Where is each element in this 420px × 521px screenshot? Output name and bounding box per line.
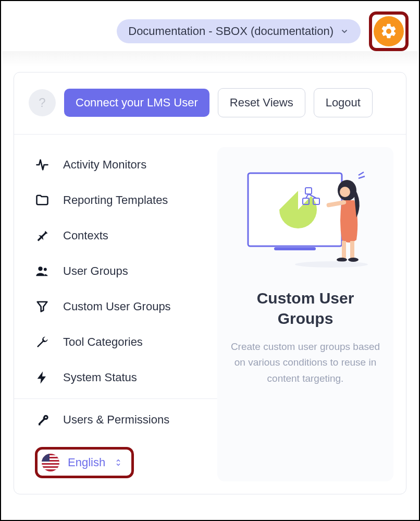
key-icon (35, 413, 50, 427)
context-selector-label: Documentation - SBOX (documentation) (128, 25, 333, 38)
reset-views-button[interactable]: Reset Views (218, 88, 305, 117)
settings-highlight-box (369, 11, 409, 51)
folder-icon (35, 193, 50, 208)
svg-point-1 (44, 268, 47, 271)
svg-point-23 (348, 258, 359, 262)
sort-icon (114, 458, 123, 467)
context-selector[interactable]: Documentation - SBOX (documentation) (117, 19, 361, 43)
nav-reporting-templates[interactable]: Reporting Templates (14, 183, 217, 218)
nav-tool-categories[interactable]: Tool Categories (14, 324, 217, 360)
pin-icon (35, 228, 50, 243)
svg-rect-24 (274, 247, 316, 250)
nav-custom-user-groups[interactable]: Custom User Groups (14, 289, 217, 324)
help-button[interactable]: ? (29, 89, 56, 116)
svg-point-25 (295, 261, 368, 268)
feature-card: Custom User Groups Create custom user gr… (217, 147, 393, 481)
nav-users-permissions[interactable]: Users & Permissions (14, 402, 217, 438)
nav-activity-monitors[interactable]: Activity Monitors (14, 147, 217, 183)
svg-point-22 (337, 258, 347, 262)
bolt-icon (35, 370, 50, 385)
language-highlight-box: English (35, 447, 134, 478)
settings-button[interactable] (374, 16, 404, 46)
nav-system-status[interactable]: System Status (14, 360, 217, 395)
language-selector[interactable]: English (68, 456, 105, 469)
nav-label: Users & Permissions (63, 413, 169, 427)
nav-label: User Groups (63, 264, 128, 278)
svg-rect-7 (42, 465, 59, 466)
nav-label: Contexts (63, 229, 108, 243)
gear-icon (380, 22, 398, 40)
nav-contexts[interactable]: Contexts (14, 218, 217, 253)
svg-point-18 (340, 187, 350, 197)
feature-illustration (238, 168, 373, 272)
nav-user-groups[interactable]: User Groups (14, 253, 217, 289)
us-flag-icon (42, 454, 59, 471)
chevron-down-icon (340, 27, 349, 36)
feature-title: Custom User Groups (230, 288, 381, 329)
funnel-icon (35, 299, 50, 314)
main-panel: ? Connect your LMS User Reset Views Logo… (14, 72, 406, 494)
action-bar: ? Connect your LMS User Reset Views Logo… (14, 72, 406, 135)
nav-label: System Status (63, 371, 137, 384)
svg-rect-9 (42, 454, 50, 462)
svg-rect-20 (342, 241, 346, 259)
settings-sidebar: Activity Monitors Reporting Templates Co… (14, 135, 217, 494)
nav-label: Activity Monitors (63, 158, 146, 172)
help-icon: ? (39, 95, 45, 110)
feature-description: Create custom user groups based on vario… (230, 339, 381, 386)
svg-rect-8 (42, 468, 59, 469)
connect-lms-button[interactable]: Connect your LMS User (64, 89, 209, 117)
nav-label: Tool Categories (63, 335, 143, 349)
nav-label: Custom User Groups (63, 300, 171, 313)
svg-rect-21 (350, 241, 354, 259)
nav-label: Reporting Templates (63, 193, 168, 207)
wrench-icon (35, 335, 50, 349)
svg-point-0 (38, 266, 42, 271)
users-icon (35, 264, 50, 278)
activity-icon (35, 157, 50, 172)
svg-rect-6 (42, 462, 59, 463)
sidebar-divider (14, 398, 217, 399)
logout-button[interactable]: Logout (314, 88, 373, 117)
svg-point-2 (45, 417, 46, 418)
